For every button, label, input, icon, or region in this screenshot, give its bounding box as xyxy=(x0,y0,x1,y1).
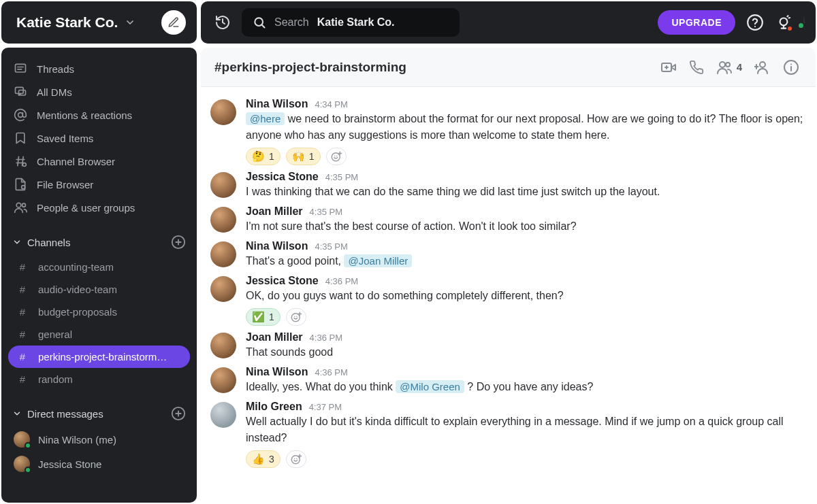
message-time: 4:34 PM xyxy=(315,99,347,110)
message-time: 4:36 PM xyxy=(310,333,342,343)
reaction[interactable]: 🙌1 xyxy=(286,148,321,165)
hash-icon: # xyxy=(16,351,29,363)
reaction-count: 3 xyxy=(269,454,274,465)
mention[interactable]: @Joan Miller xyxy=(344,254,412,267)
message-text: I'm not sure that's the best course of a… xyxy=(246,218,803,235)
add-reaction-button[interactable] xyxy=(286,450,306,468)
channels-section-header[interactable]: Channels xyxy=(8,229,190,256)
reaction[interactable]: ✅1 xyxy=(246,308,281,326)
message-time: 4:37 PM xyxy=(309,402,342,412)
hash-icon: # xyxy=(16,284,29,295)
search-label: Search xyxy=(274,16,309,29)
message-author[interactable]: Milo Green xyxy=(246,401,302,413)
dm-item[interactable]: Jessica Stone xyxy=(8,452,190,476)
svg-point-19 xyxy=(16,203,21,207)
channel-item[interactable]: # random xyxy=(8,368,190,390)
chevron-down-icon xyxy=(12,409,22,418)
svg-point-32 xyxy=(726,63,730,67)
hash-icon: # xyxy=(16,329,29,340)
workspace-name: Katie Stark Co. xyxy=(16,14,118,31)
upgrade-button[interactable]: UPGRADE xyxy=(658,10,735,35)
avatar[interactable] xyxy=(210,99,236,125)
avatar[interactable] xyxy=(210,172,236,198)
nav-label: All DMs xyxy=(37,86,72,98)
nav-threads[interactable]: Threads xyxy=(8,57,190,80)
message: Nina Wilson 4:35 PMThat's a good point, … xyxy=(210,236,803,271)
message-text: Well actually I do but it's kinda diffic… xyxy=(246,414,803,446)
nav-channel-browser[interactable]: Channel Browser xyxy=(8,150,190,173)
channels-label: Channels xyxy=(27,237,70,248)
avatar[interactable] xyxy=(210,276,236,302)
add-channel-button[interactable] xyxy=(171,235,186,250)
avatar[interactable] xyxy=(210,207,236,233)
add-reaction-button[interactable] xyxy=(326,148,347,165)
message: Milo Green 4:37 PMWell actually I do but… xyxy=(210,397,803,469)
help-icon[interactable] xyxy=(746,14,764,31)
activity-icon[interactable] xyxy=(775,14,792,31)
dms-section-header[interactable]: Direct messages xyxy=(8,400,190,427)
channel-item[interactable]: # audio-video-team xyxy=(8,278,190,301)
chevron-down-icon xyxy=(12,237,22,247)
channel-item[interactable]: # perkins-project-brainstorm… xyxy=(8,346,190,368)
reaction[interactable]: 🤔1 xyxy=(246,148,281,165)
dm-name: Jessica Stone xyxy=(38,458,101,470)
workspace-switcher[interactable]: Katie Stark Co. xyxy=(1,1,197,44)
channel-title[interactable]: #perkins-project-brainstorming xyxy=(214,60,406,75)
svg-point-4 xyxy=(780,18,788,26)
channel-name: audio-video-team xyxy=(38,284,117,295)
svg-point-2 xyxy=(748,15,763,30)
nav-file-browser[interactable]: File Browser xyxy=(8,173,190,196)
avatar[interactable] xyxy=(210,241,236,267)
nav-bookmark[interactable]: Saved Items xyxy=(8,127,190,150)
message-time: 4:35 PM xyxy=(315,241,347,252)
mention[interactable]: @Milo Green xyxy=(396,380,464,393)
notification-dot xyxy=(786,25,793,32)
message-text: Ideally, yes. What do you think @Milo Gr… xyxy=(246,379,803,395)
hash-icon: # xyxy=(16,261,29,273)
hash-icon: # xyxy=(16,373,29,385)
message-author[interactable]: Nina Wilson xyxy=(246,98,308,110)
mention[interactable]: @here xyxy=(246,112,285,125)
svg-point-39 xyxy=(332,153,340,161)
compose-button[interactable] xyxy=(161,10,186,35)
add-reaction-button[interactable] xyxy=(286,308,306,326)
channel-name: accounting-team xyxy=(38,261,114,273)
dm-item[interactable]: Nina Wilson (me) xyxy=(8,427,190,452)
add-member-icon[interactable] xyxy=(754,59,771,75)
svg-point-31 xyxy=(720,62,725,67)
message-author[interactable]: Joan Miller xyxy=(246,331,303,343)
channel-item[interactable]: # budget-proposals xyxy=(8,301,190,323)
search-input[interactable]: Search Katie Stark Co. xyxy=(242,8,460,37)
message-author[interactable]: Nina Wilson xyxy=(246,240,308,252)
nav-people[interactable]: People & user groups xyxy=(8,196,190,219)
people-icon xyxy=(14,201,27,214)
nav-mentions[interactable]: Mentions & reactions xyxy=(8,103,190,127)
message-author[interactable]: Joan Miller xyxy=(246,205,303,218)
start-call-icon[interactable] xyxy=(689,60,704,75)
svg-point-50 xyxy=(294,458,295,460)
add-dm-button[interactable] xyxy=(171,406,186,421)
message-author[interactable]: Nina Wilson xyxy=(246,366,308,378)
channel-item[interactable]: # accounting-team xyxy=(8,256,190,278)
channel-info-icon[interactable] xyxy=(783,59,799,75)
avatar[interactable] xyxy=(210,367,236,393)
avatar[interactable] xyxy=(210,402,236,428)
message-author[interactable]: Jessica Stone xyxy=(246,171,319,183)
svg-rect-7 xyxy=(16,64,26,72)
channel-item[interactable]: # general xyxy=(8,323,190,346)
channel-name: random xyxy=(38,373,73,385)
member-count[interactable]: 4 xyxy=(716,59,742,75)
history-icon[interactable] xyxy=(214,14,231,31)
start-video-icon[interactable] xyxy=(660,59,677,75)
hash-icon: # xyxy=(16,306,29,318)
nav-dms[interactable]: All DMs xyxy=(8,80,190,103)
current-user-avatar[interactable] xyxy=(803,17,805,29)
reaction-emoji: 👍 xyxy=(252,453,265,465)
svg-point-33 xyxy=(760,62,765,67)
reaction[interactable]: 👍3 xyxy=(246,450,281,468)
svg-point-40 xyxy=(334,156,336,157)
avatar xyxy=(14,431,30,448)
threads-icon xyxy=(14,62,27,75)
message-author[interactable]: Jessica Stone xyxy=(246,275,319,287)
avatar[interactable] xyxy=(210,333,236,358)
